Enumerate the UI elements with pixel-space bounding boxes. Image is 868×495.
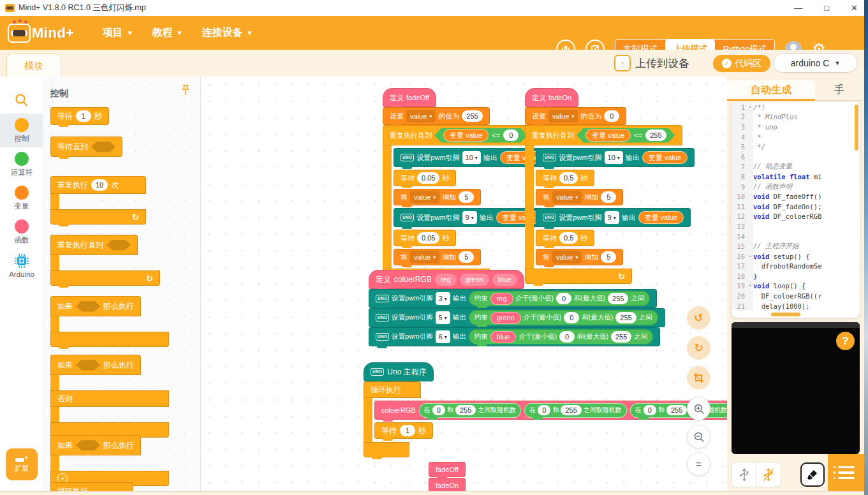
pin-dropdown[interactable]: 9▾	[605, 211, 619, 224]
condition-slot[interactable]	[76, 360, 100, 371]
condition-slot[interactable]	[76, 301, 100, 312]
search-icon[interactable]	[14, 92, 29, 110]
value-input[interactable]: 10	[91, 179, 108, 191]
random-number-block[interactable]: 在 0 和 255 之间取随机数	[524, 403, 626, 418]
palette-block-repeat-times[interactable]: 重复执行 10 次 ↺	[50, 176, 146, 225]
workspace-canvas[interactable]: 定义 fadeOff 设置 value▾ 的值为 255 重复执行直到 变量 v…	[201, 77, 727, 491]
value-input[interactable]: 0	[644, 405, 656, 415]
value-input[interactable]: 1	[400, 425, 415, 436]
close-button[interactable]: ✕	[851, 3, 858, 13]
code-vertical-scrollbar[interactable]	[855, 105, 858, 151]
value-input[interactable]: 5	[601, 191, 616, 203]
block-wait[interactable]: 等待 0.05 秒	[394, 230, 456, 246]
value-input[interactable]: 255	[455, 405, 476, 415]
clear-output-button[interactable]	[800, 462, 825, 487]
screenshot-button[interactable]	[687, 366, 710, 390]
param-reg-oval[interactable]: reg	[490, 293, 513, 305]
maximize-button[interactable]: □	[824, 3, 829, 13]
block-wait[interactable]: 等待 0.5 秒	[536, 170, 594, 186]
fold-icon[interactable]: ▾	[747, 102, 753, 112]
help-button[interactable]: ?	[836, 332, 855, 350]
value-input[interactable]: 0.05	[417, 232, 439, 244]
variable-dropdown[interactable]: value▾	[552, 251, 582, 263]
block-call-coloerrgb[interactable]: coloerRGB 在 0 和 255 之间取随机数 在 0 和 255 之间取…	[374, 401, 727, 420]
value-input[interactable]: 0	[556, 293, 571, 304]
block-wait[interactable]: 等待 0.5 秒	[536, 230, 594, 246]
tab-auto-generate[interactable]: 自动生成	[727, 80, 815, 101]
output-menu-button[interactable]	[828, 454, 864, 491]
condition-lte[interactable]: 变量 value <= 0	[434, 128, 527, 143]
variable-value-oval[interactable]: 变量 value	[638, 211, 684, 224]
stack-uno-main[interactable]: UNO Uno 主程序 循环执行 coloerRGB 在 0 和 255 之间取…	[364, 362, 727, 457]
value-input[interactable]: 255	[462, 110, 482, 122]
tab-manual-edit[interactable]: 手	[815, 80, 864, 101]
block-call-fadeoff[interactable]: fadeOff	[429, 462, 466, 477]
param-oval[interactable]: grenn	[460, 274, 489, 286]
param-oval[interactable]: reg	[435, 274, 457, 286]
block-change-variable[interactable]: 将 value▾ 增加 5	[394, 189, 481, 205]
constrain-block[interactable]: 约束 reg 介于(最小值) 0 和(最大值) 255 之间	[469, 291, 651, 306]
variable-value-oval[interactable]: 变量 value	[585, 129, 631, 142]
value-input[interactable]: 5	[459, 251, 474, 263]
block-wait[interactable]: 等待 1 秒	[374, 422, 433, 439]
stack-define-coloerrgb[interactable]: 定义 coloerRGB reg grenn blue UNO 设置pwm引脚 …	[369, 270, 665, 346]
constrain-block[interactable]: 约束 grenn 介于(最小值) 0 和(最大值) 255 之间	[469, 310, 658, 325]
code-horizontal-scrollbar[interactable]	[771, 313, 800, 316]
param-grenn-oval[interactable]: grenn	[490, 312, 521, 324]
block-change-variable[interactable]: 将 value▾ 增加 5	[536, 249, 623, 265]
redo-button[interactable]: ↻	[687, 336, 710, 360]
palette-block-if-else[interactable]: 如果 那么执行 否则	[50, 355, 169, 438]
sidebar-item-control[interactable]: 控制	[0, 114, 43, 147]
extension-button[interactable]: + 扩展	[6, 448, 38, 480]
pin-dropdown[interactable]: 9▾	[462, 211, 477, 224]
param-blue-oval[interactable]: blue	[490, 331, 517, 343]
value-input[interactable]: 1	[76, 110, 91, 122]
value-input[interactable]: 0	[432, 405, 445, 415]
value-input[interactable]: 0	[604, 110, 619, 122]
value-input[interactable]: 255	[666, 405, 687, 415]
value-input[interactable]: 0	[503, 129, 519, 141]
block-set-pwm-constrain[interactable]: UNO 设置pwm引脚 3▾ 输出 约束 reg 介于(最小值) 0 和(最大值…	[369, 289, 657, 308]
block-set-pwm-constrain[interactable]: UNO 设置pwm引脚 6▾ 输出 约束 blue 介于(最小值) 0 和(最大…	[369, 327, 660, 346]
sidebar-item-operators[interactable]: 运算符	[0, 147, 43, 181]
value-input[interactable]: 255	[608, 293, 628, 304]
menu-connect-device[interactable]: 连接设备 ▼	[202, 26, 253, 40]
value-input[interactable]: 5	[459, 191, 474, 203]
block-change-variable[interactable]: 将 value▾ 增加 5	[394, 249, 481, 265]
block-loop-forever[interactable]: 循环执行 coloerRGB 在 0 和 255 之间取随机数 在 0 和	[364, 381, 727, 457]
usb-connect-button[interactable]	[732, 462, 756, 487]
block-repeat-until[interactable]: 重复执行直到 变量 value <= 255 UNO 设置pwm引脚 10▾ 输…	[525, 125, 695, 284]
palette-block-loop-forever[interactable]: 循环执行	[50, 482, 133, 491]
pin-dropdown[interactable]: 3▾	[436, 292, 450, 305]
block-set-pwm-constrain[interactable]: UNO 设置pwm引脚 5▾ 输出 约束 grenn 介于(最小值) 0 和(最…	[369, 308, 665, 327]
usb-disconnect-button[interactable]	[756, 462, 781, 487]
pin-icon[interactable]	[180, 84, 191, 98]
board-select[interactable]: arduino C ▼	[773, 53, 858, 73]
fold-icon[interactable]: ▾	[747, 251, 753, 262]
value-input[interactable]: 0.5	[559, 172, 578, 184]
variable-dropdown[interactable]: value▾	[410, 191, 439, 203]
variable-dropdown[interactable]: value▾	[552, 191, 582, 203]
tab-modules[interactable]: 模块	[6, 54, 61, 77]
value-input[interactable]: 0	[538, 405, 550, 415]
pin-dropdown[interactable]: 5▾	[436, 311, 450, 324]
block-set-pwm[interactable]: UNO 设置pwm引脚 10▾ 输出 变量 value	[536, 148, 695, 167]
variable-value-oval[interactable]: 变量 value	[642, 151, 688, 164]
sidebar-item-arduino[interactable]: Arduino	[0, 249, 43, 282]
variable-dropdown[interactable]: value▾	[410, 251, 439, 263]
palette-block-wait-until[interactable]: 等待直到	[50, 137, 122, 157]
palette-block-repeat-until[interactable]: 重复执行直到 ↺	[50, 235, 160, 286]
menu-tutorial[interactable]: 教程 ▼	[152, 26, 183, 40]
value-input[interactable]: 255	[611, 331, 631, 343]
random-number-block[interactable]: 在 0 和 255 之间取随机数	[419, 403, 521, 418]
menu-project[interactable]: 项目 ▼	[103, 26, 133, 40]
block-set-pwm[interactable]: UNO 设置pwm引脚 9▾ 输出 变量 value	[536, 208, 691, 227]
value-input[interactable]: 0.05	[417, 172, 439, 184]
variable-value-oval[interactable]: 变量 value	[443, 129, 489, 142]
block-wait[interactable]: 等待 0.05 秒	[394, 170, 456, 186]
value-input[interactable]: 255	[645, 129, 666, 141]
palette-block-if-then[interactable]: 如果 那么执行	[50, 296, 169, 347]
sidebar-item-variables[interactable]: 变量	[0, 181, 43, 215]
condition-slot[interactable]	[107, 240, 131, 251]
pin-dropdown[interactable]: 6▾	[436, 330, 450, 343]
